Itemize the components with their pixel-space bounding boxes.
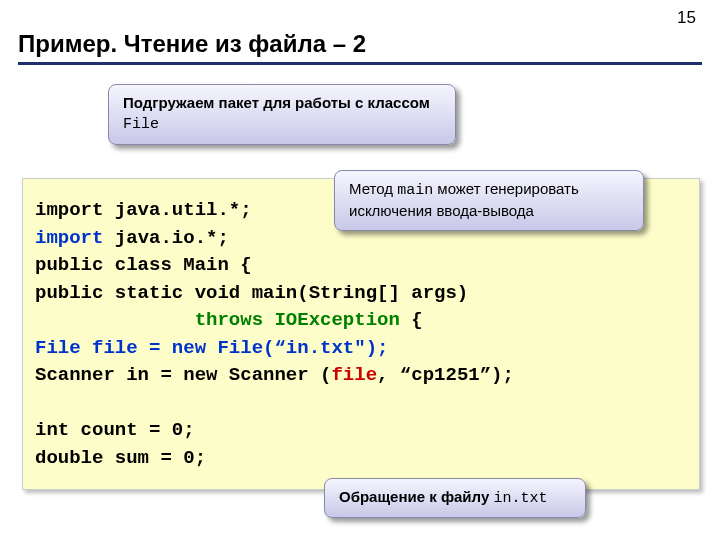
title-underline xyxy=(18,62,702,65)
code-l2-rest: java.io.*; xyxy=(103,227,228,249)
code-l6-a: File file = xyxy=(35,337,172,359)
code-l9: double sum = 0; xyxy=(35,447,206,469)
code-l3: public class Main { xyxy=(35,254,252,276)
callout3-prefix: Обращение к файлу xyxy=(339,488,493,505)
code-l7-a: Scanner in = new Scanner ( xyxy=(35,364,331,386)
code-l6-kw: new xyxy=(172,337,206,359)
code-l5-end: { xyxy=(400,309,423,331)
callout-import-package: Подгружаем пакет для работы с классом Fi… xyxy=(108,84,456,145)
code-l4: public static void main(String[] args) xyxy=(35,282,468,304)
code-l5-kw: throws IOException xyxy=(195,309,400,331)
callout1-text: Подгружаем пакет для работы с классом xyxy=(123,94,430,111)
code-l2-kw: import xyxy=(35,227,103,249)
code-l6-b: File(“in.txt"); xyxy=(206,337,388,359)
callout2-prefix: Метод xyxy=(349,180,397,197)
code-l8: int count = 0; xyxy=(35,419,195,441)
callout-file-access: Обращение к файлу in.txt xyxy=(324,478,586,518)
code-l7-b: , “cp1251”); xyxy=(377,364,514,386)
callout1-mono: File xyxy=(123,116,159,133)
callout-main-throws: Метод main может генерировать исключения… xyxy=(334,170,644,231)
page-title: Пример. Чтение из файла – 2 xyxy=(18,30,366,58)
code-l7-red: file xyxy=(331,364,377,386)
page-number: 15 xyxy=(677,8,696,28)
callout3-mono: in.txt xyxy=(493,490,547,507)
code-l1: import java.util.*; xyxy=(35,199,252,221)
code-l5-pad xyxy=(35,309,195,331)
callout2-mono: main xyxy=(397,182,433,199)
